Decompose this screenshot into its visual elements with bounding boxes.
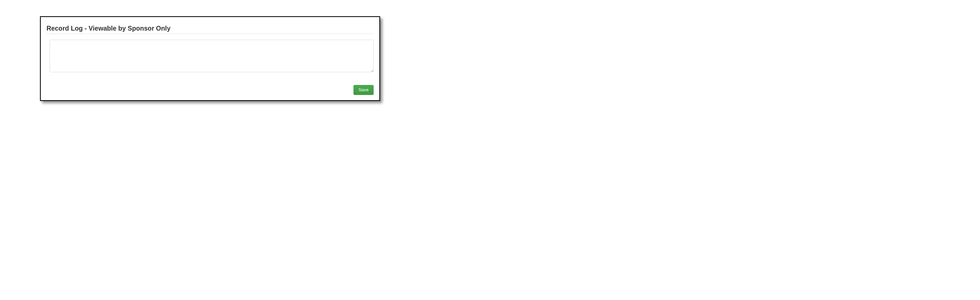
section-title: Record Log - Viewable by Sponsor Only xyxy=(46,24,374,34)
record-log-panel: Record Log - Viewable by Sponsor Only Sa… xyxy=(40,16,380,101)
save-button[interactable]: Save xyxy=(353,85,374,95)
record-log-textarea[interactable] xyxy=(49,40,374,72)
button-row: Save xyxy=(353,85,374,95)
